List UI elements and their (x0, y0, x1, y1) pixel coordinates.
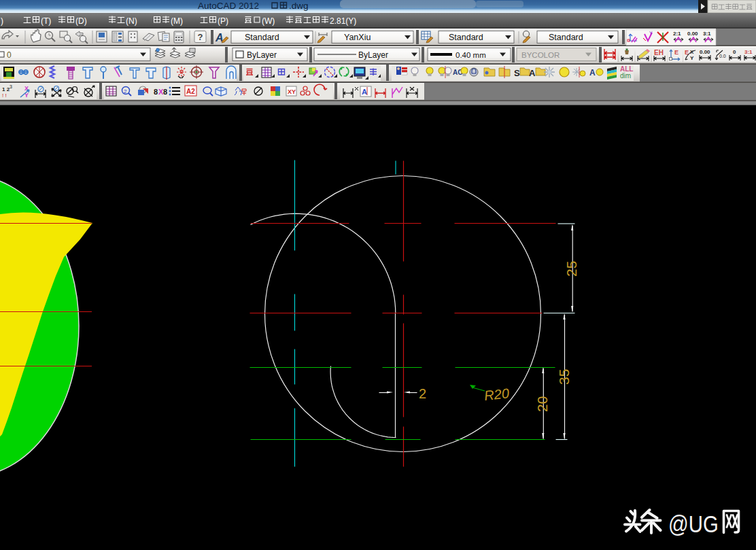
svg-text:(D): (D) (75, 16, 87, 26)
svg-text:(N): (N) (126, 16, 137, 26)
svg-text:25: 25 (564, 261, 579, 277)
svg-text:Standard: Standard (449, 33, 483, 42)
svg-text:8: 8 (163, 88, 167, 96)
svg-text:(W): (W) (262, 16, 275, 26)
svg-text:?: ? (198, 32, 203, 42)
svg-text:A: A (529, 68, 536, 78)
svg-text:EH: EH (654, 49, 664, 56)
svg-text:1 2: 1 2 (2, 86, 10, 92)
svg-text:.dwg: .dwg (289, 1, 309, 11)
svg-text:0.0: 0.0 (719, 54, 726, 58)
svg-text:20: 20 (534, 396, 550, 412)
svg-text:A: A (589, 68, 596, 78)
svg-text:8: 8 (154, 88, 158, 96)
svg-text:YanXiu: YanXiu (344, 33, 371, 42)
svg-text:0: 0 (7, 50, 12, 60)
svg-text:): ) (1, 16, 3, 26)
svg-text:(P): (P) (218, 16, 228, 26)
svg-text:2: 2 (124, 88, 127, 94)
svg-text:2: 2 (419, 386, 426, 401)
svg-text:A2: A2 (186, 88, 195, 95)
svg-text:35: 35 (556, 369, 572, 385)
svg-text:E: E (674, 49, 678, 56)
svg-text:BYCOLOR: BYCOLOR (521, 51, 560, 59)
svg-text:(T): (T) (41, 16, 51, 26)
svg-text:3:1: 3:1 (703, 31, 711, 37)
svg-text:3: 3 (10, 84, 12, 89)
svg-text:Y: Y (690, 55, 694, 61)
svg-text:0.00: 0.00 (687, 31, 698, 37)
svg-text:ByLayer: ByLayer (358, 50, 388, 60)
svg-text:(M): (M) (171, 16, 183, 26)
svg-text:XY: XY (288, 88, 296, 95)
svg-text:0.00: 0.00 (700, 49, 710, 55)
svg-text:Standard: Standard (549, 33, 583, 42)
svg-text:R20: R20 (483, 385, 510, 403)
svg-text:2.81(Y): 2.81(Y) (330, 16, 356, 26)
svg-text:3:1: 3:1 (744, 49, 753, 55)
svg-text:Standard: Standard (245, 33, 279, 42)
svg-text:ByLayer: ByLayer (247, 50, 277, 60)
svg-text:0: 0 (733, 49, 736, 55)
svg-text:2:1: 2:1 (673, 31, 681, 37)
svg-text:@UG: @UG (668, 511, 719, 538)
svg-text:0.40 mm: 0.40 mm (456, 51, 486, 59)
svg-text:! !: ! ! (2, 92, 7, 99)
svg-text:Y: Y (649, 31, 653, 35)
svg-text:dim: dim (620, 72, 631, 80)
svg-text:A: A (362, 88, 367, 96)
svg-text:AutoCAD 2012: AutoCAD 2012 (198, 1, 259, 11)
svg-text:S: S (514, 68, 520, 78)
